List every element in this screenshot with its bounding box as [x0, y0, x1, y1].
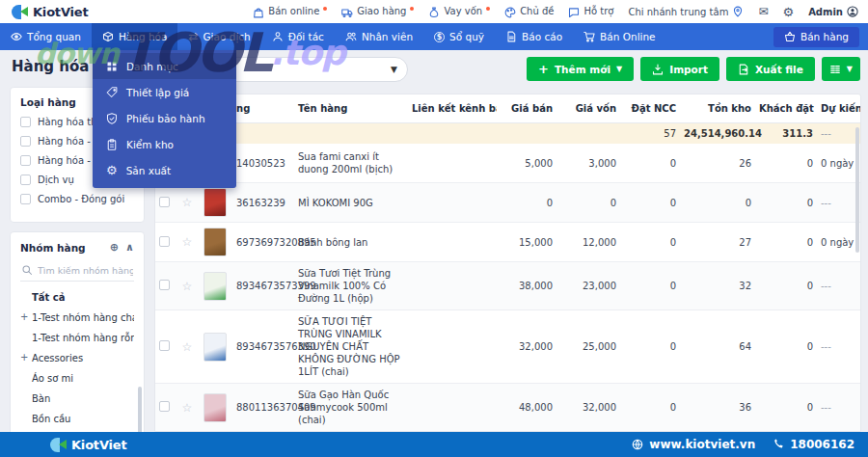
columns-icon	[829, 64, 841, 75]
stockout-forecast: 0 ngày	[817, 153, 860, 174]
eye-icon	[11, 31, 22, 42]
col-cost[interactable]: Giá vốn	[556, 95, 620, 121]
collapse-icon[interactable]: ∧	[125, 241, 134, 254]
group-item-1-test-nh-m-h-ng-cha[interactable]: +1-Test nhóm hàng cha	[20, 308, 134, 328]
menu-item-danh-m-c[interactable]: Danh mục	[93, 53, 236, 79]
favorite-star-icon[interactable]: ☆	[175, 336, 200, 359]
group-item-b-n[interactable]: Bàn	[20, 389, 134, 409]
menu-item-thi-t-l-p-gi[interactable]: Thiết lập giá	[93, 79, 236, 105]
kiotviet-logo-icon	[12, 5, 28, 19]
favorite-star-icon[interactable]: ☆	[175, 275, 200, 298]
row-checkbox[interactable]	[159, 197, 170, 207]
stockout-forecast: ---	[817, 397, 860, 417]
group-search[interactable]	[20, 261, 134, 282]
group-item-b-n-c-u[interactable]: Bồn cầu	[20, 409, 134, 429]
kiotviet-logo: KiotViet	[12, 5, 88, 19]
favorite-star-icon[interactable]: ☆	[175, 230, 200, 254]
person-circle-icon	[847, 6, 858, 17]
nav-item-h-ng-h-a[interactable]: Hàng hóa	[92, 23, 178, 50]
product-group-panel: Nhóm hàng ⊕ ∧ Tất cả+1-Test nhóm hàng ch…	[10, 231, 145, 432]
col-due[interactable]: Dự kiến hết hàng	[817, 95, 860, 121]
menu-item-phi-u-b-o-h-nh[interactable]: Phiếu bảo hành	[93, 105, 236, 131]
add-new-button[interactable]: + Thêm mới ▼	[527, 57, 634, 81]
channel-link	[408, 237, 497, 247]
row-checkbox[interactable]	[159, 280, 170, 290]
table-row[interactable]: ☆36163239MÌ KOKOMI 90G00000---	[155, 183, 860, 223]
user-icon	[272, 31, 284, 42]
notification-dot	[410, 7, 414, 11]
nav-item-t-ng-quan[interactable]: Tổng quan	[0, 23, 92, 50]
topbar-item-vay-v-n[interactable]: Vay vốn	[428, 6, 490, 18]
table-row[interactable]: ☆6973697320895Bánh bông lan15,00012,0000…	[155, 223, 860, 262]
supplier-order: 0	[620, 153, 680, 174]
table-row[interactable]: ☆8801136370409Sữa Gạo Hàn Quốc Sahmycook…	[155, 384, 860, 432]
topbar-item-b-n-online[interactable]: Bán online	[253, 6, 327, 18]
group-panel-title: Nhóm hàng	[20, 242, 86, 254]
col-price[interactable]: Giá bán	[497, 95, 556, 121]
table-row[interactable]: ☆8934673573399Sữa Tươi Tiệt Trùng Vinami…	[155, 262, 860, 310]
checkbox[interactable]	[20, 117, 31, 127]
nav-item-b-o-c-o[interactable]: Báo cáo	[495, 23, 573, 50]
group-item-o-s-mi[interactable]: Áo sơ mi	[20, 368, 134, 389]
gear-icon[interactable]: ⚙	[782, 6, 794, 18]
checkbox[interactable]	[20, 155, 31, 166]
footer-phone[interactable]: 18006162	[773, 438, 854, 451]
topbar-item-h-tr[interactable]: Hỗ trợ	[568, 6, 613, 18]
user-name: Admin	[808, 7, 843, 17]
table-row[interactable]: ☆8934673576390SỮA TƯƠI TIỆT TRÙNG VINAMI…	[155, 310, 860, 384]
product-name: Bánh bông lan	[294, 231, 408, 254]
table-scrollbar[interactable]	[855, 127, 859, 253]
add-group-icon[interactable]: ⊕	[110, 241, 119, 254]
price: 32,000	[497, 336, 556, 357]
channel-link	[408, 198, 497, 207]
favorite-star-icon[interactable]: ☆	[175, 191, 200, 214]
topbar-item-ch[interactable]: Chủ đề	[504, 6, 554, 18]
menu-item-ki-m-kho[interactable]: Kiểm kho	[93, 131, 236, 157]
export-button[interactable]: Xuất file	[726, 57, 815, 81]
group-item-t-t-c[interactable]: Tất cả	[20, 287, 134, 308]
columns-button[interactable]: ▼	[822, 57, 860, 81]
favorite-star-icon[interactable]: ☆	[175, 396, 200, 419]
summary-due: ---	[817, 123, 860, 144]
user-menu[interactable]: Admin	[808, 6, 858, 17]
box-icon	[102, 31, 114, 42]
sidebar-scrollbar[interactable]	[138, 387, 142, 432]
nav-item-b-n-online[interactable]: Bán Online	[573, 23, 666, 50]
product-code: 6973697320895	[232, 232, 294, 253]
col-ncc[interactable]: Đặt NCC	[620, 95, 680, 121]
nav-item-s-qu[interactable]: $Sổ quỹ	[423, 23, 495, 50]
col-stock[interactable]: Tồn kho	[680, 95, 755, 121]
checkbox[interactable]	[20, 136, 31, 147]
table-row[interactable]: ☆14030523Sua fami canxi ít duong 200ml (…	[155, 144, 860, 183]
clipboard-icon	[106, 139, 118, 150]
col-ordered[interactable]: Khách đặt	[755, 95, 817, 121]
nav-item-nh-n-vi-n[interactable]: Nhân viên	[335, 23, 423, 50]
group-item-1-test-nh-m-h-ng-r-ng[interactable]: 1-Test nhóm hàng rỗng	[20, 328, 134, 348]
checkbox[interactable]	[20, 194, 31, 204]
mail-icon[interactable]: ✉	[758, 6, 768, 17]
row-checkbox[interactable]	[159, 236, 170, 247]
row-checkbox[interactable]	[159, 401, 170, 412]
footer-website[interactable]: www.kiotviet.vn	[632, 438, 755, 451]
footer-logo-text: KiotViet	[71, 438, 126, 452]
topbar-item-giao-h-ng[interactable]: Giao hàng	[341, 6, 414, 18]
type-filter-combo-ng-g-i[interactable]: Combo - Đóng gói	[20, 194, 134, 204]
dollar-icon: $	[434, 32, 445, 42]
supplier-order: 0	[620, 193, 680, 213]
search-caret-icon[interactable]: ▼	[391, 65, 397, 74]
menu-item-s-n-xu-t[interactable]: ⚙Sản xuất	[93, 157, 236, 183]
group-item-acessories[interactable]: +Acessories	[20, 348, 134, 368]
row-checkbox[interactable]	[159, 340, 170, 351]
import-button[interactable]: Import	[640, 57, 719, 81]
sell-button[interactable]: Bán hàng	[773, 27, 859, 47]
expand-icon[interactable]: +	[20, 352, 28, 363]
checkbox[interactable]	[20, 175, 31, 185]
nav-item-giao-d-ch[interactable]: ⇄Giao dịch	[177, 23, 260, 50]
expand-icon[interactable]: +	[20, 311, 28, 322]
branch-selector[interactable]: Chi nhánh trung tâm	[628, 6, 744, 17]
group-search-input[interactable]	[38, 265, 133, 276]
col-name[interactable]: Tên hàng	[294, 95, 408, 121]
nav-item-i-t-c[interactable]: Đối tác	[261, 23, 335, 50]
customer-order: 0	[755, 397, 817, 417]
col-channel[interactable]: Liên kết kênh bán	[408, 95, 497, 121]
